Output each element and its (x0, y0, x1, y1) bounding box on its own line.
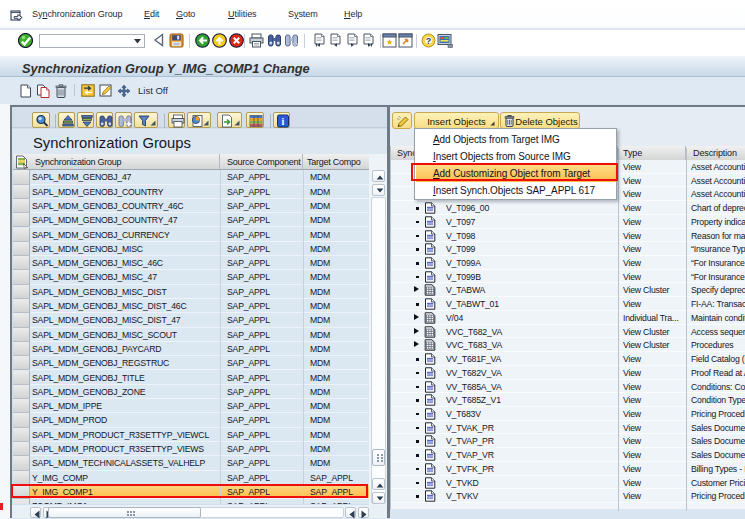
svg-text:i: i (281, 116, 284, 127)
svg-text:?: ? (426, 36, 432, 46)
